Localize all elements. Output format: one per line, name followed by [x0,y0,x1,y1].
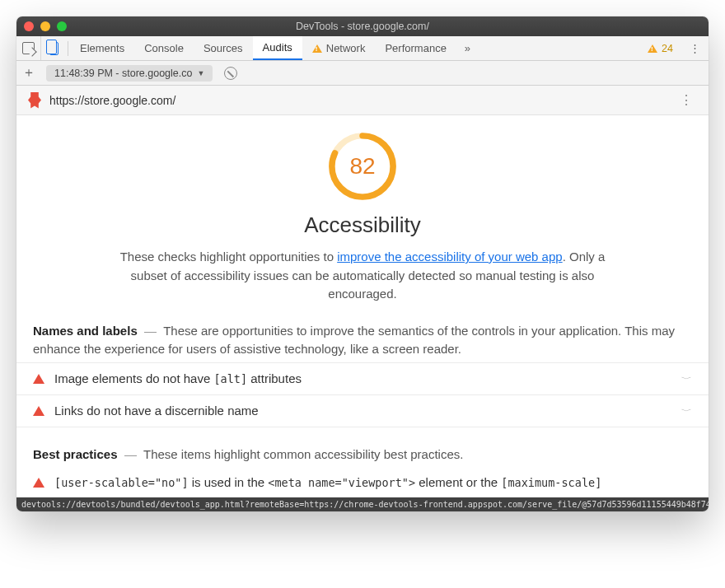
fail-icon [33,374,44,384]
audits-toolbar: ＋ 11:48:39 PM - store.google.co ▼ [16,61,709,86]
chevron-down-icon: ﹀ [681,373,692,384]
audit-title: Image elements do not have [alt] attribu… [54,371,302,385]
fail-icon [33,406,44,416]
audit-group-names-and-labels: Names and labels — These are opportuniti… [16,304,709,363]
devtools-settings-menu[interactable]: ⋮ [681,36,709,60]
tab-label: Sources [203,42,243,54]
traffic-lights [16,21,67,31]
accessibility-docs-link[interactable]: improve the accessibility of your web ap… [337,250,562,264]
audit-run-label: 11:48:39 PM - store.google.co [54,68,192,79]
status-bar-url: devtools://devtools/bundled/devtools_app… [21,497,709,511]
group-title: Names and labels [33,324,138,338]
toggle-device-toolbar-button[interactable] [41,36,66,60]
tab-label: Elements [80,42,124,54]
category-title: Accessibility [304,212,421,238]
lighthouse-icon [28,92,41,109]
status-bar: devtools://devtools/bundled/devtools_app… [16,497,709,511]
audit-title: Links do not have a discernible name [54,404,259,418]
console-warning-count[interactable]: 24 [639,36,681,60]
chevron-down-icon: ﹀ [681,405,692,416]
window-title: DevTools - store.google.com/ [16,21,709,32]
inspect-element-button[interactable] [16,36,41,60]
gauge-ring: 82 [328,132,397,201]
audit-item[interactable]: Image elements do not have [alt] attribu… [16,363,709,395]
audit-item[interactable]: Links do not have a discernible name ﹀ [16,395,709,427]
audit-group-best-practices: Best practices — These items highlight c… [16,427,709,468]
lighthouse-report: 82 Accessibility These checks highlight … [16,115,709,497]
tab-label: Performance [385,42,446,54]
gauge-score: 82 [328,132,397,201]
devtools-window: DevTools - store.google.com/ Elements Co… [16,16,709,511]
separator [68,41,68,56]
devtools-tab-strip: Elements Console Sources Audits Network … [16,36,709,61]
window-titlebar: DevTools - store.google.com/ [16,16,709,36]
warning-count-value: 24 [662,43,673,54]
warning-icon [648,44,657,53]
audit-title: [user-scalable="no"] is used in the <met… [54,475,601,489]
fail-icon [33,478,44,488]
zoom-window-button[interactable] [57,21,67,31]
audit-run-tab[interactable]: 11:48:39 PM - store.google.co ▼ [46,65,213,82]
close-window-button[interactable] [24,21,34,31]
tabs-left-tools [16,36,70,60]
report-menu-button[interactable]: ⋮ [676,92,697,108]
report-url-bar: https://store.google.com/ ⋮ [16,86,709,115]
chevron-down-icon: ▼ [197,69,204,77]
device-icon [49,42,58,55]
tab-performance[interactable]: Performance [375,36,456,60]
tab-audits[interactable]: Audits [253,36,302,60]
tab-console[interactable]: Console [134,36,194,60]
clear-audits-button[interactable] [224,67,237,80]
tab-label: Console [144,42,184,54]
tab-sources[interactable]: Sources [194,36,253,60]
tab-label: Network [326,42,366,54]
tab-elements[interactable]: Elements [70,36,134,60]
group-title: Best practices [33,447,118,461]
inspect-icon [22,42,35,54]
tab-network[interactable]: Network [302,36,376,60]
group-description: These items highlight common accessibili… [143,447,464,461]
tabs-overflow-button[interactable]: » [456,36,479,60]
report-url: https://store.google.com/ [49,94,175,107]
tab-label: Audits [263,41,292,54]
warning-icon [312,44,322,53]
new-audit-button[interactable]: ＋ [16,61,41,85]
category-description: These checks highlight opportunities to … [107,248,618,304]
score-gauge: 82 Accessibility These checks highlight … [16,132,709,304]
minimize-window-button[interactable] [40,21,50,31]
audit-item[interactable]: [user-scalable="no"] is used in the <met… [16,467,709,497]
